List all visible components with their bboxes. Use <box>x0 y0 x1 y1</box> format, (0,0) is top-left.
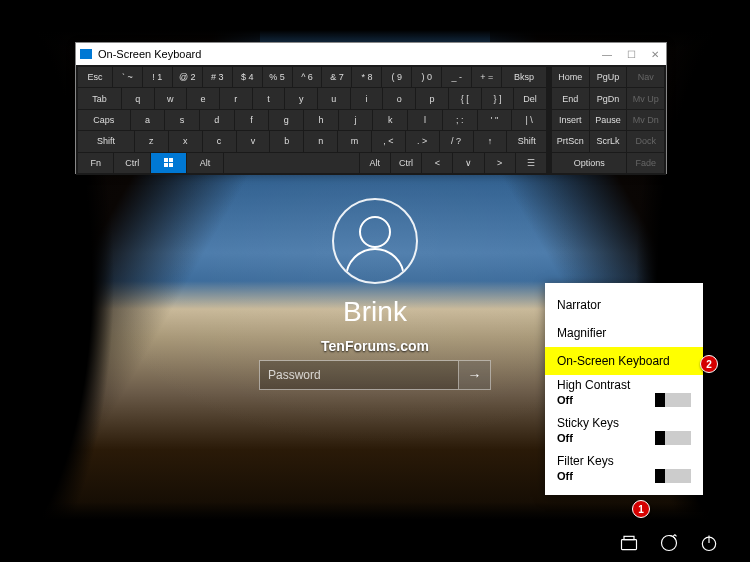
osk-key[interactable]: g <box>269 110 303 130</box>
osk-key[interactable]: Nav <box>627 67 664 87</box>
osk-key-options[interactable]: Options <box>552 153 626 173</box>
osk-key[interactable]: End <box>552 88 589 108</box>
osk-key[interactable]: Alt <box>360 153 390 173</box>
osk-key[interactable]: . > <box>406 131 439 151</box>
osk-key[interactable]: @ 2 <box>173 67 202 87</box>
osk-key[interactable]: y <box>285 88 317 108</box>
ease-of-access-icon[interactable] <box>658 532 680 554</box>
user-avatar[interactable] <box>332 198 418 284</box>
osk-key[interactable]: ScrLk <box>590 131 627 151</box>
osk-key[interactable]: c <box>203 131 236 151</box>
eoa-item-magnifier[interactable]: Magnifier <box>545 319 703 347</box>
osk-key[interactable]: * 8 <box>352 67 381 87</box>
osk-key[interactable]: x <box>169 131 202 151</box>
system-tray <box>618 532 720 554</box>
osk-titlebar[interactable]: On-Screen Keyboard — ☐ ✕ <box>76 43 666 65</box>
osk-key[interactable]: / ? <box>440 131 473 151</box>
password-input[interactable] <box>260 361 458 389</box>
osk-key[interactable]: s <box>165 110 199 130</box>
svg-rect-3 <box>169 163 173 167</box>
osk-key[interactable]: f <box>235 110 269 130</box>
osk-key[interactable]: h <box>304 110 338 130</box>
osk-key[interactable] <box>224 153 359 173</box>
osk-key[interactable]: > <box>485 153 515 173</box>
osk-key[interactable]: p <box>416 88 448 108</box>
osk-key[interactable]: & 7 <box>322 67 351 87</box>
osk-key[interactable]: w <box>155 88 187 108</box>
osk-key[interactable]: ` ~ <box>113 67 142 87</box>
osk-key[interactable]: q <box>122 88 154 108</box>
osk-key[interactable]: Del <box>514 88 546 108</box>
osk-key[interactable]: Ctrl <box>114 153 149 173</box>
osk-key[interactable]: Insert <box>552 110 589 130</box>
osk-key[interactable]: ☰ <box>516 153 546 173</box>
osk-key[interactable]: Mv Up <box>627 88 664 108</box>
power-icon[interactable] <box>698 532 720 554</box>
osk-key[interactable]: Pause <box>590 110 627 130</box>
osk-key[interactable]: ∨ <box>453 153 483 173</box>
osk-key[interactable]: < <box>422 153 452 173</box>
osk-key[interactable]: i <box>351 88 383 108</box>
osk-key[interactable]: _ - <box>442 67 471 87</box>
osk-key[interactable]: n <box>304 131 337 151</box>
maximize-button[interactable]: ☐ <box>624 49 638 60</box>
osk-key[interactable]: z <box>135 131 168 151</box>
minimize-button[interactable]: — <box>600 49 614 60</box>
osk-key[interactable]: r <box>220 88 252 108</box>
eoa-item-narrator[interactable]: Narrator <box>545 291 703 319</box>
osk-key[interactable]: Caps <box>78 110 130 130</box>
close-button[interactable]: ✕ <box>648 49 662 60</box>
osk-key[interactable]: , < <box>372 131 405 151</box>
osk-key[interactable]: PgDn <box>590 88 627 108</box>
osk-key[interactable]: d <box>200 110 234 130</box>
osk-key[interactable]: Fn <box>78 153 113 173</box>
osk-key[interactable]: e <box>187 88 219 108</box>
toggle-switch[interactable] <box>655 431 691 445</box>
osk-key[interactable]: + = <box>472 67 501 87</box>
osk-key[interactable]: Tab <box>78 88 121 108</box>
osk-key[interactable]: { [ <box>449 88 481 108</box>
osk-key[interactable]: PgUp <box>590 67 627 87</box>
osk-key[interactable]: m <box>338 131 371 151</box>
osk-key[interactable]: k <box>373 110 407 130</box>
osk-key[interactable]: % 5 <box>263 67 292 87</box>
osk-key[interactable]: } ] <box>482 88 514 108</box>
osk-key[interactable]: Bksp <box>502 67 546 87</box>
osk-key[interactable]: b <box>270 131 303 151</box>
toggle-switch[interactable] <box>655 393 691 407</box>
submit-button[interactable]: → <box>458 361 490 389</box>
osk-key-windows[interactable] <box>151 153 186 173</box>
on-screen-keyboard-window[interactable]: On-Screen Keyboard — ☐ ✕ Esc` ~! 1@ 2# 3… <box>75 42 667 174</box>
osk-key[interactable]: u <box>318 88 350 108</box>
osk-key[interactable]: l <box>408 110 442 130</box>
osk-key[interactable]: ( 9 <box>382 67 411 87</box>
osk-key[interactable]: Mv Dn <box>627 110 664 130</box>
osk-key[interactable]: Fade <box>627 153 664 173</box>
osk-key[interactable]: Alt <box>187 153 222 173</box>
osk-key[interactable]: t <box>253 88 285 108</box>
osk-key[interactable]: Esc <box>78 67 112 87</box>
osk-key[interactable]: o <box>383 88 415 108</box>
osk-key[interactable]: Ctrl <box>391 153 421 173</box>
osk-key[interactable]: ! 1 <box>143 67 172 87</box>
eoa-item-on-screen-keyboard[interactable]: On-Screen Keyboard <box>545 347 703 375</box>
osk-key[interactable]: $ 4 <box>233 67 262 87</box>
osk-key[interactable]: a <box>131 110 165 130</box>
osk-key[interactable]: Shift <box>78 131 134 151</box>
osk-key[interactable]: ^ 6 <box>293 67 322 87</box>
osk-key[interactable]: Dock <box>627 131 664 151</box>
osk-key[interactable]: ↑ <box>474 131 507 151</box>
osk-key[interactable]: j <box>339 110 373 130</box>
osk-key[interactable]: Shift <box>507 131 546 151</box>
osk-key[interactable]: v <box>237 131 270 151</box>
osk-key[interactable]: | \ <box>512 110 546 130</box>
osk-key[interactable]: Home <box>552 67 589 87</box>
osk-key[interactable]: ; : <box>443 110 477 130</box>
password-box: → <box>259 360 491 390</box>
osk-key[interactable]: PrtScn <box>552 131 589 151</box>
toggle-switch[interactable] <box>655 469 691 483</box>
osk-key[interactable]: ) 0 <box>412 67 441 87</box>
osk-key[interactable]: ' " <box>478 110 512 130</box>
osk-key[interactable]: # 3 <box>203 67 232 87</box>
network-icon[interactable] <box>618 532 640 554</box>
